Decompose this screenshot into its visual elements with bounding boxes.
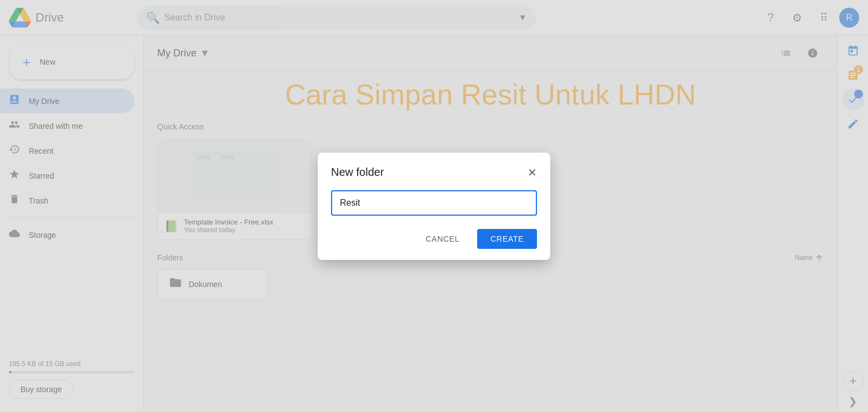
create-button[interactable]: CREATE (477, 229, 537, 249)
folder-name-input[interactable] (331, 190, 537, 216)
dialog-header: New folder ✕ (331, 166, 537, 179)
dialog-actions: CANCEL CREATE (331, 229, 537, 249)
cancel-button[interactable]: CANCEL (412, 229, 473, 249)
dialog-title: New folder (331, 166, 384, 179)
dialog-close-button[interactable]: ✕ (528, 166, 537, 179)
new-folder-dialog: New folder ✕ CANCEL CREATE (318, 153, 550, 260)
modal-overlay[interactable]: New folder ✕ CANCEL CREATE (0, 0, 868, 412)
